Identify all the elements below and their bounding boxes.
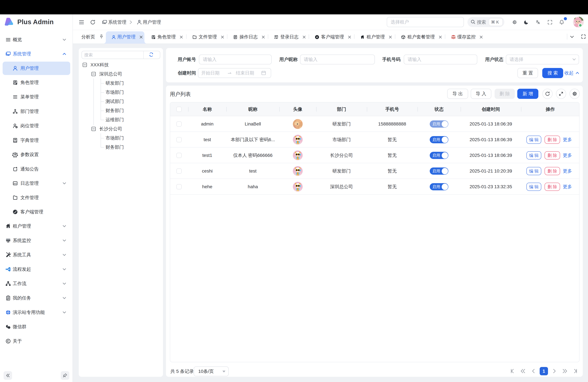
svg-text:DEV: DEV bbox=[14, 183, 17, 185]
svg-text:redis: redis bbox=[452, 35, 454, 36]
